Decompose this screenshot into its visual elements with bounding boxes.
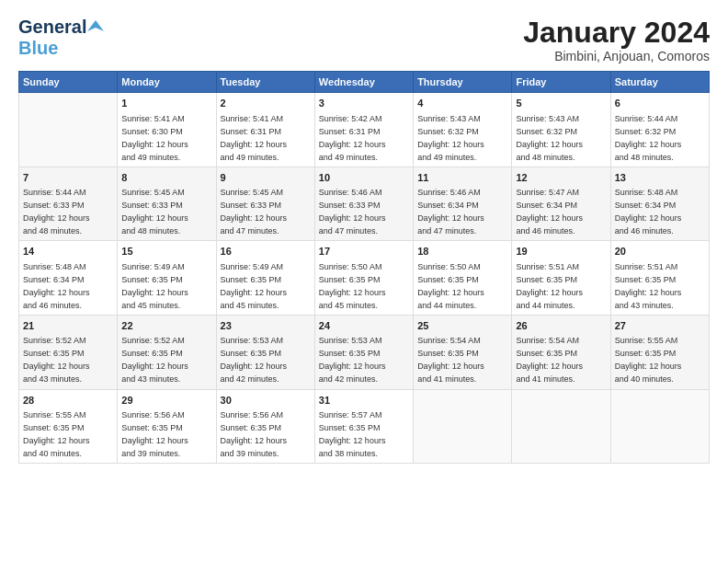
day-info: Sunrise: 5:48 AM Sunset: 6:34 PM Dayligh… bbox=[23, 262, 90, 310]
day-number: 19 bbox=[516, 245, 606, 259]
table-row bbox=[414, 389, 512, 464]
day-info: Sunrise: 5:44 AM Sunset: 6:33 PM Dayligh… bbox=[23, 188, 90, 236]
day-info: Sunrise: 5:56 AM Sunset: 6:35 PM Dayligh… bbox=[221, 410, 288, 458]
day-number: 28 bbox=[23, 394, 113, 408]
day-info: Sunrise: 5:46 AM Sunset: 6:34 PM Dayligh… bbox=[417, 188, 484, 236]
header: General Blue January 2024 Bimbini, Anjou… bbox=[18, 17, 710, 63]
day-number: 5 bbox=[516, 97, 606, 110]
table-row: 28Sunrise: 5:55 AM Sunset: 6:35 PM Dayli… bbox=[19, 389, 118, 464]
table-row: 22Sunrise: 5:52 AM Sunset: 6:35 PM Dayli… bbox=[118, 315, 216, 389]
day-number: 16 bbox=[221, 245, 311, 259]
day-info: Sunrise: 5:41 AM Sunset: 6:31 PM Dayligh… bbox=[221, 114, 288, 162]
header-monday: Monday bbox=[118, 72, 216, 93]
day-number: 15 bbox=[121, 245, 211, 259]
table-row: 2Sunrise: 5:41 AM Sunset: 6:31 PM Daylig… bbox=[216, 93, 314, 167]
day-number: 23 bbox=[221, 319, 311, 333]
day-number: 13 bbox=[615, 171, 705, 185]
day-info: Sunrise: 5:55 AM Sunset: 6:35 PM Dayligh… bbox=[615, 336, 682, 384]
day-info: Sunrise: 5:43 AM Sunset: 6:32 PM Dayligh… bbox=[516, 114, 583, 162]
table-row: 13Sunrise: 5:48 AM Sunset: 6:34 PM Dayli… bbox=[610, 167, 709, 241]
day-number: 10 bbox=[319, 171, 409, 185]
month-title: January 2024 bbox=[523, 17, 710, 49]
day-number: 1 bbox=[121, 97, 211, 110]
table-row: 24Sunrise: 5:53 AM Sunset: 6:35 PM Dayli… bbox=[314, 315, 413, 389]
day-number: 25 bbox=[417, 319, 507, 333]
table-row: 15Sunrise: 5:49 AM Sunset: 6:35 PM Dayli… bbox=[118, 241, 216, 316]
table-row: 11Sunrise: 5:46 AM Sunset: 6:34 PM Dayli… bbox=[414, 167, 512, 241]
table-row: 31Sunrise: 5:57 AM Sunset: 6:35 PM Dayli… bbox=[314, 389, 413, 464]
table-row: 30Sunrise: 5:56 AM Sunset: 6:35 PM Dayli… bbox=[216, 389, 314, 464]
day-number: 9 bbox=[221, 171, 311, 185]
day-info: Sunrise: 5:45 AM Sunset: 6:33 PM Dayligh… bbox=[121, 188, 188, 236]
day-info: Sunrise: 5:51 AM Sunset: 6:35 PM Dayligh… bbox=[516, 262, 583, 310]
table-row: 27Sunrise: 5:55 AM Sunset: 6:35 PM Dayli… bbox=[610, 315, 709, 389]
day-info: Sunrise: 5:53 AM Sunset: 6:35 PM Dayligh… bbox=[221, 336, 288, 384]
calendar-week-row: 14Sunrise: 5:48 AM Sunset: 6:34 PM Dayli… bbox=[19, 241, 710, 316]
day-number: 7 bbox=[23, 171, 113, 185]
day-info: Sunrise: 5:41 AM Sunset: 6:30 PM Dayligh… bbox=[121, 114, 188, 162]
day-info: Sunrise: 5:42 AM Sunset: 6:31 PM Dayligh… bbox=[319, 114, 386, 162]
logo-line2: Blue bbox=[18, 38, 58, 59]
day-info: Sunrise: 5:44 AM Sunset: 6:32 PM Dayligh… bbox=[615, 114, 682, 162]
table-row: 9Sunrise: 5:45 AM Sunset: 6:33 PM Daylig… bbox=[216, 167, 314, 241]
page: General Blue January 2024 Bimbini, Anjou… bbox=[0, 0, 728, 563]
table-row: 8Sunrise: 5:45 AM Sunset: 6:33 PM Daylig… bbox=[118, 167, 216, 241]
calendar-week-row: 28Sunrise: 5:55 AM Sunset: 6:35 PM Dayli… bbox=[19, 389, 710, 464]
logo-general: General bbox=[18, 17, 86, 38]
table-row: 4Sunrise: 5:43 AM Sunset: 6:32 PM Daylig… bbox=[414, 93, 512, 167]
table-row: 25Sunrise: 5:54 AM Sunset: 6:35 PM Dayli… bbox=[414, 315, 512, 389]
table-row: 3Sunrise: 5:42 AM Sunset: 6:31 PM Daylig… bbox=[314, 93, 413, 167]
logo-bird-icon bbox=[87, 18, 104, 35]
day-info: Sunrise: 5:45 AM Sunset: 6:33 PM Dayligh… bbox=[221, 188, 288, 236]
day-number: 27 bbox=[615, 319, 705, 333]
table-row: 23Sunrise: 5:53 AM Sunset: 6:35 PM Dayli… bbox=[216, 315, 314, 389]
calendar-week-row: 21Sunrise: 5:52 AM Sunset: 6:35 PM Dayli… bbox=[19, 315, 710, 389]
day-info: Sunrise: 5:52 AM Sunset: 6:35 PM Dayligh… bbox=[23, 336, 90, 384]
day-info: Sunrise: 5:43 AM Sunset: 6:32 PM Dayligh… bbox=[417, 114, 484, 162]
day-info: Sunrise: 5:53 AM Sunset: 6:35 PM Dayligh… bbox=[319, 336, 386, 384]
table-row: 19Sunrise: 5:51 AM Sunset: 6:35 PM Dayli… bbox=[512, 241, 610, 316]
day-info: Sunrise: 5:54 AM Sunset: 6:35 PM Dayligh… bbox=[516, 336, 583, 384]
day-info: Sunrise: 5:49 AM Sunset: 6:35 PM Dayligh… bbox=[121, 262, 188, 310]
calendar-week-row: 7Sunrise: 5:44 AM Sunset: 6:33 PM Daylig… bbox=[19, 167, 710, 241]
day-info: Sunrise: 5:51 AM Sunset: 6:35 PM Dayligh… bbox=[615, 262, 682, 310]
table-row: 5Sunrise: 5:43 AM Sunset: 6:32 PM Daylig… bbox=[512, 93, 610, 167]
day-number: 8 bbox=[121, 171, 211, 185]
day-info: Sunrise: 5:46 AM Sunset: 6:33 PM Dayligh… bbox=[319, 188, 386, 236]
day-number: 11 bbox=[417, 171, 507, 185]
header-tuesday: Tuesday bbox=[216, 72, 314, 93]
day-number: 31 bbox=[319, 394, 409, 408]
logo: General Blue bbox=[18, 17, 104, 59]
day-number: 29 bbox=[121, 394, 211, 408]
table-row: 20Sunrise: 5:51 AM Sunset: 6:35 PM Dayli… bbox=[610, 241, 709, 316]
day-info: Sunrise: 5:57 AM Sunset: 6:35 PM Dayligh… bbox=[319, 410, 386, 458]
table-row: 21Sunrise: 5:52 AM Sunset: 6:35 PM Dayli… bbox=[19, 315, 118, 389]
header-friday: Friday bbox=[512, 72, 610, 93]
day-info: Sunrise: 5:54 AM Sunset: 6:35 PM Dayligh… bbox=[417, 336, 484, 384]
header-wednesday: Wednesday bbox=[314, 72, 413, 93]
day-info: Sunrise: 5:50 AM Sunset: 6:35 PM Dayligh… bbox=[319, 262, 386, 310]
day-number: 21 bbox=[23, 319, 113, 333]
title-block: January 2024 Bimbini, Anjouan, Comoros bbox=[523, 17, 710, 63]
table-row bbox=[19, 93, 118, 167]
table-row: 16Sunrise: 5:49 AM Sunset: 6:35 PM Dayli… bbox=[216, 241, 314, 316]
svg-marker-0 bbox=[87, 20, 104, 31]
header-sunday: Sunday bbox=[19, 72, 118, 93]
day-number: 3 bbox=[319, 97, 409, 110]
table-row: 18Sunrise: 5:50 AM Sunset: 6:35 PM Dayli… bbox=[414, 241, 512, 316]
day-number: 20 bbox=[615, 245, 705, 259]
table-row: 6Sunrise: 5:44 AM Sunset: 6:32 PM Daylig… bbox=[610, 93, 709, 167]
table-row: 26Sunrise: 5:54 AM Sunset: 6:35 PM Dayli… bbox=[512, 315, 610, 389]
table-row: 29Sunrise: 5:56 AM Sunset: 6:35 PM Dayli… bbox=[118, 389, 216, 464]
table-row: 1Sunrise: 5:41 AM Sunset: 6:30 PM Daylig… bbox=[118, 93, 216, 167]
calendar-table: Sunday Monday Tuesday Wednesday Thursday… bbox=[18, 71, 710, 464]
day-info: Sunrise: 5:55 AM Sunset: 6:35 PM Dayligh… bbox=[23, 410, 90, 458]
day-info: Sunrise: 5:49 AM Sunset: 6:35 PM Dayligh… bbox=[221, 262, 288, 310]
day-number: 14 bbox=[23, 245, 113, 259]
day-number: 22 bbox=[121, 319, 211, 333]
table-row: 12Sunrise: 5:47 AM Sunset: 6:34 PM Dayli… bbox=[512, 167, 610, 241]
table-row: 14Sunrise: 5:48 AM Sunset: 6:34 PM Dayli… bbox=[19, 241, 118, 316]
logo-blue: Blue bbox=[18, 38, 58, 58]
day-number: 26 bbox=[516, 319, 606, 333]
day-info: Sunrise: 5:47 AM Sunset: 6:34 PM Dayligh… bbox=[516, 188, 583, 236]
